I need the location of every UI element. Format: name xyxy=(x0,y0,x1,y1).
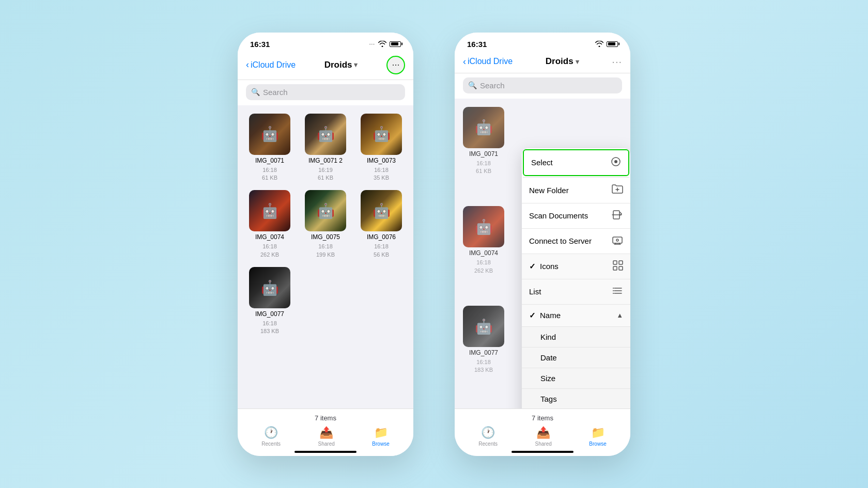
svg-point-10 xyxy=(613,290,614,291)
status-icons-2 xyxy=(595,41,618,47)
droid-shape-2-0077: 🤖 xyxy=(463,306,504,347)
file-thumb-2-0071: 🤖 xyxy=(463,107,504,148)
file-item-0075[interactable]: 🤖 IMG_0075 16:18199 KB xyxy=(302,190,349,259)
battery-icon-2 xyxy=(607,41,618,47)
file-meta-0075: 16:18199 KB xyxy=(316,243,335,259)
dropdown-item-name[interactable]: ✓ Name ▲ xyxy=(522,305,630,326)
dropdown-item-select[interactable]: Select xyxy=(523,149,629,176)
dots-icon-1: ··· xyxy=(369,41,375,47)
file-meta-2-0074: 16:18262 KB xyxy=(474,259,493,275)
nav-bar-2: ‹ iCloud Drive Droids ▾ ··· xyxy=(455,52,630,73)
tab-recents-1[interactable]: 🕐 Recents xyxy=(261,426,281,447)
shared-label-2: Shared xyxy=(535,441,552,447)
list-label: List xyxy=(529,287,541,296)
dropdown-item-new-folder[interactable]: New Folder xyxy=(522,178,630,203)
shared-icon-2: 📤 xyxy=(536,426,550,439)
ellipsis-icon-2: ··· xyxy=(612,56,622,67)
file-item-0076[interactable]: 🤖 IMG_0076 16:1856 KB xyxy=(358,190,405,259)
file-meta-2-0071: 16:1861 KB xyxy=(476,160,491,176)
dropdown-item-size[interactable]: Size xyxy=(522,368,630,388)
tab-browse-2[interactable]: 📁 Browse xyxy=(589,426,606,447)
size-label: Size xyxy=(540,374,555,383)
svg-rect-5 xyxy=(613,261,617,264)
back-arrow-icon-1: ‹ xyxy=(246,59,249,70)
file-meta-0071-2: 16:1961 KB xyxy=(318,166,333,182)
file-item-0071[interactable]: 🤖 IMG_0071 16:1861 KB xyxy=(246,114,293,182)
name-checkmark: ✓ xyxy=(529,311,536,320)
nav-bar-1: ‹ iCloud Drive Droids ▾ ··· xyxy=(238,52,413,80)
main-area-2: 🤖 IMG_0071 16:1861 KB 🤖 IMG_0074 16:1826… xyxy=(455,99,630,408)
items-count-1: 7 items xyxy=(238,414,413,422)
title-text-2: Droids xyxy=(546,56,574,67)
recents-label-1: Recents xyxy=(261,441,281,447)
svg-rect-3 xyxy=(613,237,622,243)
files-area-1: 🤖 IMG_0071 16:1861 KB 🤖 IMG_0071 2 16:19… xyxy=(238,105,413,408)
search-icon-1: 🔍 xyxy=(251,88,260,96)
dropdown-item-scan[interactable]: Scan Documents xyxy=(522,203,630,228)
browse-icon-2: 📁 xyxy=(591,426,605,439)
name-expand-icon: ▲ xyxy=(616,311,623,319)
status-icons-1: ··· xyxy=(369,41,401,47)
dropdown-item-kind[interactable]: Kind xyxy=(522,327,630,347)
droid-shape-0077: 🤖 xyxy=(249,267,290,308)
file-thumb-0077: 🤖 xyxy=(249,267,290,308)
dropdown-item-server[interactable]: Connect to Server xyxy=(522,229,630,254)
browse-icon-1: 📁 xyxy=(374,426,388,439)
search-input-2[interactable]: 🔍 Search xyxy=(463,77,622,93)
title-chevron-2: ▾ xyxy=(576,58,579,66)
file-name-2-0074: IMG_0074 xyxy=(469,249,498,257)
tab-bar-2: 🕐 Recents 📤 Shared 📁 Browse xyxy=(455,426,630,447)
icons-icon xyxy=(613,260,623,273)
dropdown-item-icons[interactable]: ✓ Icons xyxy=(522,254,630,279)
name-label: Name xyxy=(540,311,561,320)
file-item-2-0077: 🤖 IMG_0077 16:18183 KB xyxy=(463,306,504,374)
droid-shape-0073: 🤖 xyxy=(361,114,402,155)
server-label: Connect to Server xyxy=(529,237,592,245)
tab-recents-2[interactable]: 🕐 Recents xyxy=(478,426,498,447)
file-thumb-0074: 🤖 xyxy=(249,190,290,231)
back-button-2[interactable]: ‹ iCloud Drive xyxy=(463,56,513,67)
file-thumb-0073: 🤖 xyxy=(361,114,402,155)
action-button-1[interactable]: ··· xyxy=(386,56,405,74)
droid-shape-0071: 🤖 xyxy=(249,114,290,155)
recents-icon-1: 🕐 xyxy=(264,426,278,439)
dropdown-item-tags[interactable]: Tags xyxy=(522,389,630,408)
search-input-1[interactable]: 🔍 Search xyxy=(246,84,405,100)
tab-browse-1[interactable]: 📁 Browse xyxy=(372,426,389,447)
status-bar-2: 16:31 xyxy=(455,33,630,52)
file-name-0077: IMG_0077 xyxy=(255,310,284,318)
search-icon-2: 🔍 xyxy=(468,81,477,89)
dropdown-item-list[interactable]: List xyxy=(522,279,630,304)
ellipsis-icon-1: ··· xyxy=(392,59,399,70)
new-folder-icon xyxy=(612,184,623,197)
date-label: Date xyxy=(540,353,557,362)
svg-point-1 xyxy=(614,160,617,163)
file-thumb-0076: 🤖 xyxy=(361,190,402,231)
file-meta-0077: 16:18183 KB xyxy=(260,320,279,336)
action-button-2[interactable]: ··· xyxy=(612,56,622,68)
shared-label-1: Shared xyxy=(318,441,335,447)
file-item-0071-2[interactable]: 🤖 IMG_0071 2 16:1961 KB xyxy=(302,114,349,182)
wifi-icon-2 xyxy=(595,41,603,47)
dropdown-item-date[interactable]: Date xyxy=(522,348,630,368)
folder-title-2: Droids ▾ xyxy=(546,56,579,67)
file-item-0074[interactable]: 🤖 IMG_0074 16:18262 KB xyxy=(246,190,293,259)
tab-shared-2[interactable]: 📤 Shared xyxy=(535,426,552,447)
svg-rect-6 xyxy=(619,261,623,264)
file-name-0076: IMG_0076 xyxy=(367,233,396,241)
search-bar-1: 🔍 Search xyxy=(238,80,413,105)
title-text-1: Droids xyxy=(324,60,352,70)
tab-bar-1: 🕐 Recents 📤 Shared 📁 Browse xyxy=(238,426,413,447)
back-button-1[interactable]: ‹ iCloud Drive xyxy=(246,59,296,70)
droid-shape-0076: 🤖 xyxy=(361,190,402,231)
file-name-0071-2: IMG_0071 2 xyxy=(308,157,343,164)
dropdown-menu: Select New Folder xyxy=(522,148,630,408)
tab-shared-1[interactable]: 📤 Shared xyxy=(318,426,335,447)
files-grid-1: 🤖 IMG_0071 16:1861 KB 🤖 IMG_0071 2 16:19… xyxy=(246,114,405,336)
file-item-0077[interactable]: 🤖 IMG_0077 16:18183 KB xyxy=(246,267,293,336)
droid-shape-0075: 🤖 xyxy=(305,190,346,231)
file-thumb-0071: 🤖 xyxy=(249,114,290,155)
kind-label: Kind xyxy=(540,333,556,341)
file-item-0073[interactable]: 🤖 IMG_0073 16:1835 KB xyxy=(358,114,405,182)
server-icon xyxy=(612,235,623,247)
